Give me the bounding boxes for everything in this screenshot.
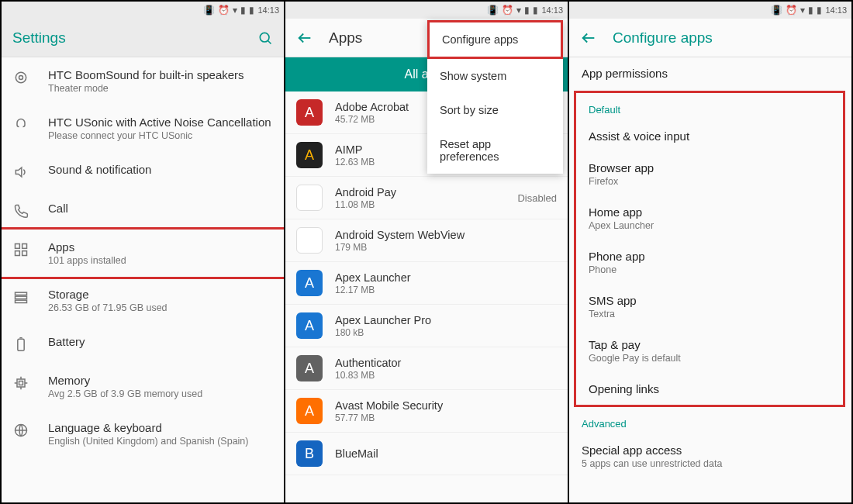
app-row[interactable]: AApex Launcher Pro180 kB [285,305,568,347]
section-header-advanced: Advanced [569,407,851,434]
alarm-icon: ⏰ [218,5,230,15]
vibrate-icon: 📳 [203,5,215,15]
svg-line-1 [268,40,271,43]
phone-settings: 📳 ⏰ ▾ ▮ ▮ 14:13 Settings HTC BoomSound f… [2,2,285,502]
svg-rect-10 [16,300,27,302]
row-texts: Storage26.53 GB of 71.95 GB used [48,288,271,313]
language-icon [12,423,29,438]
default-app-row[interactable]: Browser appFirefox [576,152,843,196]
row-title: HTC USonic with Active Noise Cancellatio… [48,116,271,129]
phone-apps: 📳 ⏰ ▾ ▮ ▮ 14:13 Apps All apps AAdobe Acr… [285,2,569,502]
svg-rect-5 [22,244,27,249]
settings-row-storage[interactable]: Storage26.53 GB of 71.95 GB used [2,277,284,324]
row-title: Special app access [582,444,839,457]
status-bar: 📳 ⏰ ▾ ▮ ▮ 14:13 [285,2,568,19]
settings-row-apps[interactable]: Apps101 apps installed [2,227,284,279]
menu-item[interactable]: Reset app preferences [427,127,563,174]
row-title: Apps [48,240,271,254]
back-button[interactable] [296,29,313,47]
settings-row-language[interactable]: Language & keyboardEnglish (United Kingd… [2,410,284,457]
app-permissions-row[interactable]: App permissions [569,57,851,89]
app-status: Disabled [517,192,557,204]
app-name: Apex Launcher [335,271,557,284]
app-row[interactable]: AAuthenticator10.83 MB [285,347,568,390]
status-time: 14:13 [541,5,563,15]
app-row[interactable]: AAndroid Pay11.08 MBDisabled [285,177,568,219]
settings-row-sound[interactable]: Sound & notification [2,152,284,191]
row-title: Battery [48,335,271,348]
page-title: Configure apps [613,29,841,47]
default-app-row[interactable]: Home appApex Launcher [576,196,843,240]
search-icon[interactable] [257,30,273,46]
defaults-list: Assist & voice inputBrowser appFirefoxHo… [576,120,843,405]
app-size: 12.17 MB [335,285,557,295]
app-icon: A [296,227,323,254]
apps-icon [12,242,29,257]
settings-row-call[interactable]: Call [2,191,284,230]
app-texts: Android System WebView179 MB [335,229,557,253]
usonic-icon [12,117,29,133]
app-size: 180 kB [335,327,557,338]
vibrate-icon: 📳 [487,5,499,15]
app-texts: Android Pay11.08 MB [335,186,505,210]
settings-row-memory[interactable]: MemoryAvg 2.5 GB of 3.9 GB memory used [2,363,284,410]
settings-row-usonic[interactable]: HTC USonic with Active Noise Cancellatio… [2,105,284,152]
app-icon: A [296,185,323,211]
svg-rect-6 [16,251,20,256]
special-app-access-row[interactable]: Special app access 5 apps can use unrest… [569,434,851,478]
svg-rect-8 [16,292,27,295]
default-app-row[interactable]: SMS appTextra [576,285,843,329]
menu-item[interactable]: Sort by size [427,93,563,127]
settings-row-battery[interactable]: Battery [2,324,284,363]
svg-rect-4 [16,244,20,249]
row-title: SMS app [589,294,831,307]
app-row[interactable]: AApex Launcher12.17 MB [285,262,568,305]
row-title: Phone app [589,250,831,263]
default-app-row[interactable]: Opening links [576,373,843,405]
app-icon: A [296,99,323,126]
settings-row-boomsound[interactable]: HTC BoomSound for built-in speakersTheat… [2,57,284,105]
default-app-row[interactable]: Phone appPhone [576,240,843,285]
row-texts: MemoryAvg 2.5 GB of 3.9 GB memory used [48,374,271,399]
three-phone-layout: 📳 ⏰ ▾ ▮ ▮ 14:13 Settings HTC BoomSound f… [0,0,853,504]
app-texts: Authenticator10.83 MB [335,357,557,381]
row-title: App permissions [582,67,839,80]
row-subtitle: Firefox [589,176,831,187]
app-name: Avast Mobile Security [335,399,557,412]
row-subtitle: 101 apps installed [48,255,271,266]
app-row[interactable]: AAvast Mobile Security57.77 MB [285,390,568,433]
app-name: Apex Launcher Pro [335,314,557,326]
app-bar: Configure apps [569,19,851,57]
app-name: BlueMail [335,447,557,460]
app-row[interactable]: AAndroid System WebView179 MB [285,219,568,262]
row-subtitle: Apex Launcher [589,220,831,231]
row-title: Language & keyboard [48,421,271,434]
wifi-icon: ▾ [233,5,237,15]
app-texts: Apex Launcher12.17 MB [335,271,557,295]
row-subtitle: Theater mode [48,83,271,94]
svg-rect-13 [17,379,25,387]
menu-item[interactable]: Configure apps [427,20,563,59]
battery-icon [12,337,29,352]
app-name: Android System WebView [335,229,557,241]
battery-icon: ▮ [533,5,538,15]
overflow-menu: Configure appsShow systemSort by sizeRes… [427,20,563,174]
status-bar: 📳 ⏰ ▾ ▮ ▮ 14:13 [569,2,851,19]
back-button[interactable] [580,29,597,47]
svg-point-3 [19,76,23,80]
memory-icon [12,375,29,391]
sound-icon [12,164,29,180]
default-app-row[interactable]: Assist & voice input [576,120,843,152]
row-title: Storage [48,288,271,301]
svg-rect-11 [18,339,24,350]
status-bar: 📳 ⏰ ▾ ▮ ▮ 14:13 [2,2,284,19]
app-icon: A [296,398,323,424]
app-row[interactable]: BBlueMail [285,433,568,475]
default-app-row[interactable]: Tap & payGoogle Pay is default [576,329,843,373]
row-title: Opening links [589,382,831,395]
default-section-highlight: Default Assist & voice inputBrowser appF… [574,91,845,407]
signal-icon: ▮ [240,5,246,15]
menu-item[interactable]: Show system [427,59,563,93]
row-subtitle: Google Pay is default [589,353,831,364]
row-title: Assist & voice input [589,129,831,143]
